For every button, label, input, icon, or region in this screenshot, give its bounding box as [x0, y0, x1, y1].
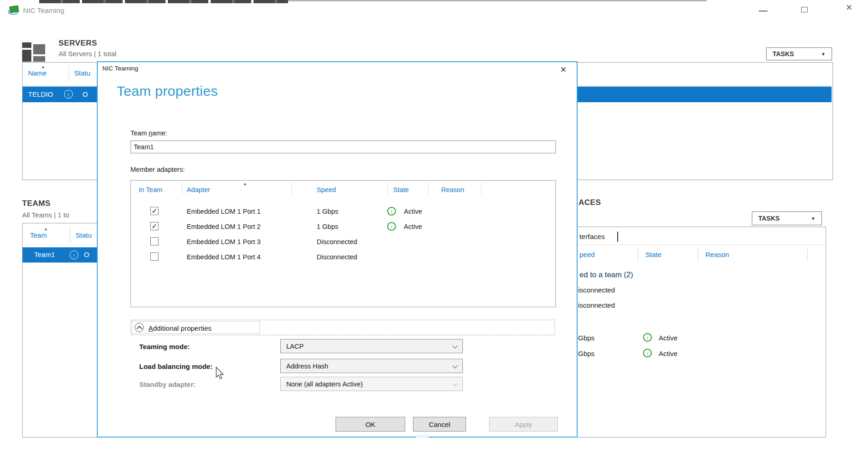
- mouse-cursor: [216, 367, 227, 381]
- in-team-checkbox[interactable]: ✓: [150, 222, 159, 230]
- in-team-checkbox[interactable]: [150, 237, 159, 245]
- tasks-dropdown-icon: ▼: [811, 216, 815, 221]
- ok-button[interactable]: OK: [336, 417, 405, 432]
- adapters-col-state[interactable]: State: [645, 251, 661, 258]
- cancel-button[interactable]: Cancel: [413, 417, 466, 432]
- column-divider: [638, 247, 638, 261]
- apply-button: Apply: [489, 417, 558, 432]
- adapter-speed: 1 Gbps: [317, 208, 338, 215]
- table-row: Embedded LOM 1 Port 4 Disconnected: [131, 251, 555, 265]
- adapter-speed: Disconnected: [317, 253, 357, 261]
- adapters-group-header: ed to a team (2): [579, 270, 633, 279]
- team-name-input[interactable]: [130, 140, 556, 153]
- table-row: Embedded LOM 1 Port 3 Disconnected: [131, 236, 555, 250]
- member-adapters-label: Member adapters:: [130, 166, 185, 173]
- adapter-speed: isconnected: [578, 301, 615, 309]
- server-status: O: [83, 90, 88, 98]
- window-title: NIC Teaming: [23, 6, 64, 15]
- team-up-icon: ↑: [70, 251, 78, 259]
- column-divider: [182, 182, 183, 194]
- dialog-heading: Team properties: [117, 83, 218, 99]
- sort-asc-icon: ▲: [44, 227, 48, 231]
- adapter-state: Active: [659, 350, 678, 357]
- servers-col-status[interactable]: Statu: [74, 69, 90, 77]
- active-state-icon: ↑: [387, 207, 396, 216]
- tab-team-interfaces[interactable]: terfaces: [579, 233, 605, 241]
- dialog-close-icon[interactable]: ✕: [557, 65, 570, 75]
- teaming-mode-select[interactable]: LACP: [280, 339, 463, 353]
- column-divider: [698, 247, 698, 261]
- servers-tasks-button[interactable]: TASKS ▼: [766, 47, 832, 60]
- minimize-icon: [759, 11, 768, 12]
- text-caret: [617, 232, 618, 242]
- adapter-speed: 1 Gbps: [317, 223, 338, 230]
- col-state[interactable]: State: [393, 186, 409, 193]
- cropped-top-line: [288, 0, 707, 1]
- servers-icon: [22, 41, 46, 63]
- standby-adapter-value: None (all adapters Active): [286, 380, 363, 388]
- dialog-resize-notch: [416, 435, 429, 438]
- adapter-name: Embedded LOM 1 Port 4: [187, 253, 260, 261]
- teaming-mode-value: LACP: [286, 343, 304, 350]
- team-status: O: [84, 251, 89, 258]
- teams-col-team[interactable]: Team: [30, 231, 47, 239]
- adapters-tasks-button[interactable]: TASKS ▼: [752, 211, 822, 225]
- servers-heading: SERVERS: [59, 39, 97, 48]
- adapters-tasks-label: TASKS: [758, 215, 779, 222]
- adapters-col-reason[interactable]: Reason: [705, 251, 729, 258]
- servers-tasks-label: TASKS: [773, 50, 794, 58]
- standby-adapter-label: Standby adapter:: [139, 380, 196, 388]
- adapter-name: Embedded LOM 1 Port 3: [187, 238, 260, 245]
- load-balancing-mode-select[interactable]: Address Hash: [280, 359, 463, 373]
- dialog-title: NIC Teaming: [102, 65, 138, 72]
- maximize-button[interactable]: [796, 4, 814, 17]
- adapter-state: Active: [404, 223, 422, 230]
- adapter-name: Embedded LOM 1 Port 2: [187, 223, 260, 230]
- teams-col-status[interactable]: Statu: [76, 231, 92, 239]
- in-team-checkbox[interactable]: [150, 252, 159, 261]
- app-icon: [7, 5, 19, 15]
- collapse-chevron-icon[interactable]: [135, 323, 144, 332]
- adapter-state: Active: [404, 208, 422, 215]
- teams-heading: TEAMS: [22, 199, 51, 208]
- team-name: Team1: [34, 251, 55, 258]
- sort-asc-icon: ▲: [41, 65, 45, 69]
- team-name-label: Team name:: [130, 129, 167, 137]
- chevron-down-icon: [452, 343, 457, 348]
- adapter-speed: Gbps: [578, 350, 595, 357]
- adapters-col-speed[interactable]: peed: [579, 251, 595, 258]
- column-divider: [807, 247, 808, 261]
- col-in-team[interactable]: In Team: [139, 186, 162, 193]
- col-speed[interactable]: Speed: [317, 186, 336, 193]
- active-state-icon: ↑: [643, 333, 652, 342]
- servers-subtitle: All Servers | 1 total: [59, 50, 117, 58]
- active-state-icon: ↑: [387, 222, 396, 231]
- additional-properties-label[interactable]: Additional properties: [148, 324, 212, 332]
- server-up-icon: ↑: [64, 90, 73, 99]
- chevron-down-icon: [452, 381, 457, 386]
- sort-asc-icon: ▲: [243, 182, 247, 186]
- adapter-name: Embedded LOM 1 Port 1: [187, 208, 260, 215]
- column-divider: [70, 227, 70, 243]
- servers-col-name[interactable]: Name: [28, 69, 47, 77]
- close-button[interactable]: ×: [840, 1, 858, 16]
- minimize-button[interactable]: [755, 4, 772, 17]
- label-text: dditional properties: [153, 324, 212, 332]
- column-divider: [291, 182, 292, 194]
- label-text: Team: [130, 129, 149, 137]
- column-divider: [428, 182, 429, 194]
- load-balancing-mode-label: Load balancing mode:: [139, 362, 213, 370]
- access-key: A: [148, 324, 153, 332]
- table-row: ✓ Embedded LOM 1 Port 2 1 Gbps ↑ Active: [131, 221, 555, 234]
- in-team-checkbox[interactable]: ✓: [150, 207, 159, 215]
- col-reason[interactable]: Reason: [441, 186, 464, 193]
- load-balancing-mode-value: Address Hash: [286, 362, 328, 370]
- adapters-interfaces-heading: ACES: [579, 198, 601, 207]
- member-adapters-table: In Team Adapter ▲ Speed State Reason ✓ E…: [130, 180, 556, 307]
- chevron-down-icon: [452, 363, 457, 368]
- col-adapter[interactable]: Adapter: [187, 186, 210, 193]
- column-divider: [69, 65, 69, 82]
- access-key: n: [149, 129, 153, 137]
- adapter-state: Active: [659, 334, 678, 342]
- column-divider: [481, 182, 481, 194]
